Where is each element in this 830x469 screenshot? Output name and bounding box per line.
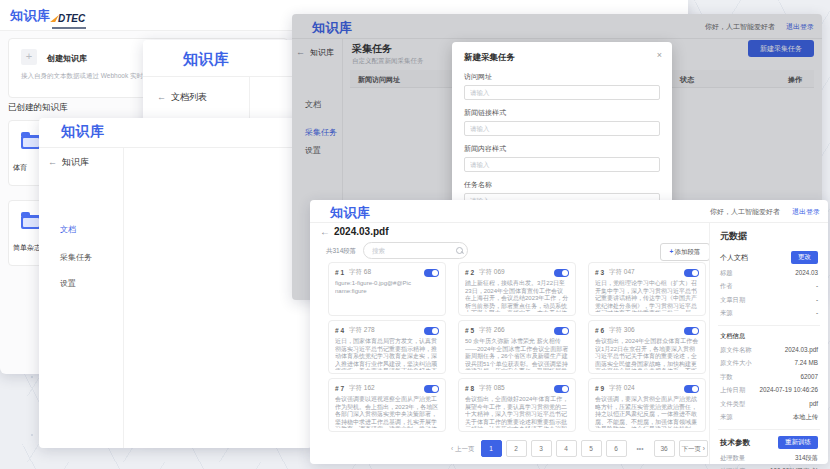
window-document-viewer: 知识库 你好，人工智能爱好者 退出登录 ← 2024.03.pdf 共314段落… bbox=[310, 200, 828, 464]
page-button-2[interactable]: 2 bbox=[506, 440, 527, 457]
back-kb[interactable]: ←知识库 bbox=[48, 156, 89, 169]
paragraph-index: # 4 bbox=[335, 327, 344, 334]
char-count: 字符 024 bbox=[609, 384, 635, 393]
back-label: 知识库 bbox=[62, 157, 89, 167]
kb-card-label: 体育 bbox=[13, 163, 27, 173]
meta-value: 2024.03 bbox=[795, 269, 818, 278]
field-label-content-style: 新闻内容样式 bbox=[464, 144, 660, 154]
app-title: 知识库 bbox=[183, 50, 230, 69]
desktop: 知识库 DTEC + 创建知识库 接入自身的文本数据或通过 Webhook 实时… bbox=[0, 0, 830, 469]
sidebar-item-docs[interactable]: 文档 bbox=[60, 224, 76, 235]
back-arrow-icon: ← bbox=[157, 92, 166, 102]
paragraph-text: 会议指出，2024年全国群众体育工作会议1月22日在京召开，各地要深入贯彻习近平… bbox=[595, 338, 699, 370]
page-button-4[interactable]: 4 bbox=[556, 440, 577, 457]
meta-key: 标题 bbox=[720, 269, 733, 278]
back-arrow-icon: ← bbox=[48, 157, 57, 167]
prev-page-button[interactable]: ‹ 上一页 bbox=[449, 441, 476, 456]
paragraph-card[interactable]: # 5字符 266 50 余年历久弥新 冰雪荣光 薪火相传——2024年全国冰雪… bbox=[458, 320, 576, 374]
page-button-5[interactable]: 5 bbox=[581, 440, 602, 457]
enable-toggle[interactable] bbox=[424, 385, 439, 393]
meta-row: 文章日期- bbox=[720, 296, 818, 305]
modal-title: 新建采集任务 bbox=[464, 52, 660, 64]
enable-toggle[interactable] bbox=[684, 385, 699, 393]
kb-card-label: 简单杂志 bbox=[13, 243, 41, 253]
paragraph-index: # 7 bbox=[335, 385, 344, 392]
paragraph-text: 会议指出，全面做好2024年体育工作，展望今年工作，要认真学习贯彻党的二十大精神… bbox=[465, 396, 569, 428]
meta-value: pdf bbox=[809, 400, 818, 409]
field-label-link-style: 新闻链接样式 bbox=[464, 108, 660, 118]
metadata-title: 元数据 bbox=[720, 230, 818, 243]
enable-toggle[interactable] bbox=[684, 327, 699, 335]
paragraph-card[interactable]: # 7字符 162 会议强调要以巡视巡察全面从严治党工作为契机。会上指出，202… bbox=[328, 378, 446, 432]
change-button[interactable]: 更改 bbox=[791, 251, 818, 264]
paragraph-count: 共314段落 bbox=[326, 247, 356, 256]
enable-toggle[interactable] bbox=[424, 269, 439, 277]
meta-key: 原文件大小 bbox=[720, 359, 751, 368]
doc-type-label: 个人文档 bbox=[720, 253, 748, 263]
meta-value: 本地上传 bbox=[793, 413, 818, 422]
dtec-logo: DTEC bbox=[52, 8, 86, 24]
page-button-1[interactable]: 1 bbox=[481, 440, 502, 457]
create-kb-title: 创建知识库 bbox=[47, 53, 87, 64]
char-count: 字符 069 bbox=[479, 268, 505, 277]
back-doc-list[interactable]: ←文档列表 bbox=[157, 91, 207, 104]
back-arrow-icon[interactable]: ← bbox=[320, 226, 330, 237]
char-count: 字符 162 bbox=[349, 384, 375, 393]
tech-params-title: 技术参数 bbox=[720, 438, 750, 448]
ellipsis-icon[interactable]: ••• bbox=[631, 441, 650, 456]
logout-link[interactable]: 退出登录 bbox=[792, 207, 820, 217]
meta-row: 作者- bbox=[720, 282, 818, 291]
page-button-36[interactable]: 36 bbox=[654, 440, 675, 457]
next-page-button[interactable]: 下一页 › bbox=[679, 440, 708, 457]
logo-text: DTEC bbox=[58, 13, 85, 24]
content-style-input[interactable] bbox=[464, 157, 660, 172]
paragraph-text: 会议强调，要深入贯彻全面从严治党战略方针，压紧压实管党治党政治责任，持之以恒正风… bbox=[595, 396, 699, 428]
paragraph-card[interactable]: # 6字符 306 会议指出，2024年全国群众体育工作会议1月22日在京召开，… bbox=[588, 320, 706, 374]
meta-row: 处理数量314段落 bbox=[720, 454, 818, 463]
sidebar-item-tasks[interactable]: 采集任务 bbox=[60, 252, 92, 263]
doc-info-title: 文档信息 bbox=[720, 332, 818, 341]
paragraph-card[interactable]: # 2字符 069 踏上新征程，接续再出发。3月22日至23日，2024年全国体… bbox=[458, 262, 576, 316]
meta-key: 来源 bbox=[720, 413, 733, 422]
paragraph-card[interactable]: # 9字符 024 会议强调，要深入贯彻全面从严治党战略方针，压紧压实管党治党政… bbox=[588, 378, 706, 432]
paragraph-text: figure:1-figure-0.jpg@#@Pic name:figure bbox=[335, 280, 439, 312]
created-kb-section-title: 已创建的知识库 bbox=[8, 102, 68, 114]
paragraph-card[interactable]: # 3字符 047 近日，党组理论学习中心组（扩大）召开集中学习，深入学习贯彻习… bbox=[588, 262, 706, 316]
enable-toggle[interactable] bbox=[684, 269, 699, 277]
page-button-3[interactable]: 3 bbox=[531, 440, 552, 457]
meta-row: 原文件大小7.24 MB bbox=[720, 359, 818, 368]
meta-row: 文件类型pdf bbox=[720, 400, 818, 409]
paragraph-index: # 8 bbox=[465, 385, 474, 392]
search-input[interactable] bbox=[363, 242, 468, 259]
url-input[interactable] bbox=[464, 85, 660, 100]
paragraph-card[interactable]: # 1字符 68 figure:1-figure-0.jpg@#@Pic nam… bbox=[328, 262, 446, 316]
retrain-button[interactable]: 重新训练 bbox=[778, 436, 818, 449]
paragraph-text: 近日，国家体育总局官方发文，认真贯彻落实习近平总书记重要指示精神，推动体育系统党… bbox=[335, 338, 439, 370]
close-icon[interactable]: × bbox=[657, 50, 662, 60]
paragraph-card[interactable]: # 8字符 085 会议指出，全面做好2024年体育工作，展望今年工作，要认真学… bbox=[458, 378, 576, 432]
enable-toggle[interactable] bbox=[554, 385, 569, 393]
enable-toggle[interactable] bbox=[554, 327, 569, 335]
metadata-panel: 元数据 个人文档 更改 标题2024.03 作者- 文章日期- 来源- 文档信息… bbox=[710, 222, 828, 464]
meta-value: 2024-07-19 10:46:26 bbox=[760, 386, 818, 395]
char-count: 字符 68 bbox=[349, 268, 371, 277]
paragraph-index: # 1 bbox=[335, 269, 344, 276]
kb-sidebar: ←知识库 文档 采集任务 设置 bbox=[39, 148, 124, 448]
page-button-6[interactable]: 6 bbox=[606, 440, 627, 457]
link-style-input[interactable] bbox=[464, 121, 660, 136]
paragraph-text: 近日，党组理论学习中心组（扩大）召开集中学习，深入学习贯彻习近平总书记重要讲话精… bbox=[595, 280, 699, 312]
sidebar-item-settings[interactable]: 设置 bbox=[60, 278, 76, 289]
paragraph-text: 踏上新征程，接续再出发。3月22日至23日，2024年全国体育宣传工作会议在上海… bbox=[465, 280, 569, 312]
divider bbox=[718, 429, 820, 430]
char-count: 字符 278 bbox=[349, 326, 375, 335]
user-greeting: 你好，人工智能爱好者 bbox=[710, 207, 780, 217]
enable-toggle[interactable] bbox=[424, 327, 439, 335]
meta-value: 7.24 MB bbox=[795, 359, 818, 368]
meta-key: 原文件名称 bbox=[720, 346, 751, 355]
meta-value: - bbox=[816, 282, 818, 291]
paragraph-card[interactable]: # 4字符 278 近日，国家体育总局官方发文，认真贯彻落实习近平总书记重要指示… bbox=[328, 320, 446, 374]
char-count: 字符 085 bbox=[479, 384, 505, 393]
enable-toggle[interactable] bbox=[554, 269, 569, 277]
meta-row: 来源本地上传 bbox=[720, 413, 818, 422]
add-paragraph-button[interactable]: +添加段落 bbox=[660, 243, 710, 261]
